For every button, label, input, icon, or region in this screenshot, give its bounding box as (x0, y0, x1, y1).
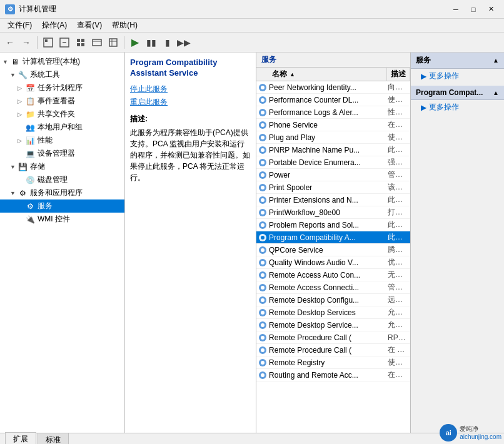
service-row[interactable]: Routing and Remote Acc...在局... (256, 369, 410, 381)
toolbar-btn-5[interactable] (106, 35, 121, 50)
service-row[interactable]: Portable Device Enumera...强制... (256, 156, 410, 169)
service-row[interactable]: Peer Networking Identity...向对... (256, 81, 410, 94)
toolbar-btn-2[interactable] (57, 35, 72, 50)
sidebar-item-services[interactable]: ⚙ 服务 (0, 199, 124, 213)
service-icon (256, 319, 269, 331)
service-row[interactable]: Program Compatibility A...此服... (256, 231, 410, 244)
service-row[interactable]: Print Spooler该服... (256, 181, 410, 194)
service-name: Portable Device Enumera... (269, 158, 388, 167)
tree-arrow-svc: ▼ (10, 190, 18, 196)
forward-button[interactable]: → (19, 35, 34, 50)
desc-label: 描述: (130, 114, 251, 124)
back-button[interactable]: ← (3, 35, 18, 50)
service-desc: 向对... (388, 82, 410, 93)
sidebar-item-svc-apps[interactable]: ▼ ⚙ 服务和应用程序 (0, 186, 124, 199)
service-name: PrintWorkflow_80e00 (269, 208, 388, 217)
play-button[interactable]: ▶ (128, 35, 143, 50)
service-desc: 使计... (388, 132, 410, 143)
sidebar-item-root[interactable]: ▼ 🖥 计算机管理(本地) (0, 55, 124, 68)
name-column-header[interactable]: 名称 ▲ (268, 67, 387, 81)
actions-more-1[interactable]: ▶ 更多操作 (411, 69, 504, 83)
service-row[interactable]: Performance Logs & Aler...性能... (256, 106, 410, 119)
service-name: Routing and Remote Acc... (269, 371, 388, 380)
tab-standard[interactable]: 标准 (38, 433, 69, 445)
service-row[interactable]: Remote Desktop Services允许... (256, 306, 410, 319)
service-row[interactable]: Remote Registry使远... (256, 356, 410, 369)
service-name: Print Spooler (269, 183, 388, 192)
service-row[interactable]: Remote Procedure Call (在 W... (256, 344, 410, 356)
tab-extended[interactable]: 扩展 (5, 432, 36, 444)
sidebar-item-wmi[interactable]: 🔌 WMI 控件 (0, 213, 124, 226)
service-desc: 使远... (388, 357, 410, 368)
sidebar-item-storage[interactable]: ▼ 💾 存储 (0, 160, 124, 173)
actions-more-2[interactable]: ▶ 更多操作 (411, 100, 504, 114)
service-row[interactable]: PrintWorkflow_80e00打印... (256, 206, 410, 219)
service-name: Remote Procedure Call ( (269, 333, 388, 342)
service-row[interactable]: Remote Desktop Configu...远程... (256, 294, 410, 306)
watermark-main: 爱纯净 (460, 425, 501, 433)
restart-button[interactable]: ▶▶ (176, 35, 191, 50)
stop-button[interactable]: ▮ (160, 35, 175, 50)
service-icon (256, 144, 269, 156)
service-icon (256, 294, 269, 306)
service-row[interactable]: Remote Desktop Service...允许... (256, 319, 410, 331)
sys-tools-icon: 🔧 (18, 70, 28, 80)
restart-service-link[interactable]: 重启此服务 (130, 97, 251, 108)
services-list: Peer Networking Identity...向对... Perform… (256, 81, 410, 433)
actions-more-label-2: 更多操作 (429, 102, 459, 113)
service-row[interactable]: Plug and Play使计... (256, 131, 410, 144)
service-icon (256, 306, 269, 319)
menu-help[interactable]: 帮助(H) (107, 19, 143, 32)
service-row[interactable]: Quality Windows Audio V...优质... (256, 256, 410, 269)
service-row[interactable]: QPCore Service腾讯... (256, 244, 410, 256)
watermark: ai 爱纯净 aichunjing.com (440, 424, 501, 441)
toolbar-btn-3[interactable] (73, 35, 88, 50)
sidebar-item-disk[interactable]: 💿 磁盘管理 (0, 173, 124, 186)
svg-point-28 (261, 173, 265, 177)
service-icon (256, 156, 269, 169)
tree-arrow-root: ▼ (3, 59, 10, 65)
service-row[interactable]: Problem Reports and Sol...此服... (256, 219, 410, 231)
service-row[interactable]: Remote Access Connecti...管理... (256, 281, 410, 294)
menu-view[interactable]: 查看(V) (72, 19, 107, 32)
svg-point-58 (261, 361, 265, 365)
service-row[interactable]: Remote Procedure Call (RPC... (256, 331, 410, 344)
service-name: PNRP Machine Name Pu... (269, 146, 388, 154)
name-col-label: 名称 (272, 69, 287, 79)
minimize-button[interactable]: ─ (448, 3, 464, 16)
service-icon (256, 119, 269, 131)
stop-service-link[interactable]: 停止此服务 (130, 84, 251, 94)
service-icon (256, 106, 269, 119)
menu-action[interactable]: 操作(A) (37, 19, 72, 32)
sidebar-item-shared[interactable]: ▷ 📁 共享文件夹 (0, 108, 124, 121)
svg-point-52 (261, 323, 265, 327)
service-name: Remote Desktop Services (269, 308, 388, 317)
menu-file[interactable]: 文件(F) (3, 19, 37, 32)
service-row[interactable]: Printer Extensions and N...此服... (256, 194, 410, 206)
toolbar-btn-1[interactable] (41, 35, 56, 50)
sidebar-item-device[interactable]: 💻 设备管理器 (0, 147, 124, 160)
close-button[interactable]: ✕ (483, 3, 499, 16)
svg-point-34 (261, 211, 265, 214)
service-row[interactable]: Remote Access Auto Con...无论... (256, 269, 410, 281)
sidebar-item-local-users[interactable]: 👥 本地用户和组 (0, 121, 124, 134)
sidebar-item-perf[interactable]: ▷ 📊 性能 (0, 134, 124, 147)
sidebar-item-wmi-label: WMI 控件 (38, 214, 70, 225)
desc-column-header[interactable]: 描述 (387, 67, 410, 81)
sidebar: ▼ 🖥 计算机管理(本地) ▼ 🔧 系统工具 ▷ 📅 任务计划程序 ▷ 📋 事件… (0, 53, 125, 433)
service-row[interactable]: Performance Counter DL...使远... (256, 94, 410, 106)
sidebar-item-event[interactable]: ▷ 📋 事件查看器 (0, 94, 124, 108)
service-row[interactable]: PNRP Machine Name Pu...此服... (256, 144, 410, 156)
pause-button[interactable]: ▮▮ (144, 35, 159, 50)
sidebar-item-sys-tools[interactable]: ▼ 🔧 系统工具 (0, 68, 124, 81)
sidebar-item-task[interactable]: ▷ 📅 任务计划程序 (0, 81, 124, 94)
service-description: 此服务为程序兼容性助手(PCA)提供支持。PCA 监视由用户安装和运行的程序，并… (130, 127, 251, 183)
service-row[interactable]: Power管理... (256, 169, 410, 181)
actions-section-services[interactable]: 服务 ▲ (411, 53, 504, 69)
toolbar-btn-4[interactable] (89, 35, 104, 50)
actions-arrow-1: ▲ (493, 57, 499, 64)
sidebar-item-device-label: 设备管理器 (38, 148, 75, 159)
actions-section-program[interactable]: Program Compat... ▲ (411, 86, 504, 100)
maximize-button[interactable]: □ (465, 3, 481, 16)
service-row[interactable]: Phone Service在设... (256, 119, 410, 131)
